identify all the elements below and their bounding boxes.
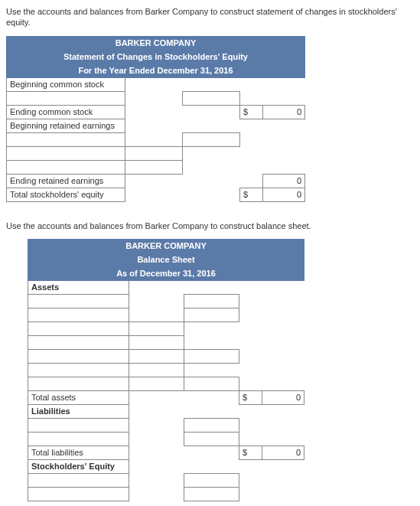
input-cell[interactable] (28, 322, 129, 335)
blank (240, 91, 263, 105)
blank (262, 473, 304, 487)
blank (239, 308, 262, 322)
blank (239, 418, 262, 432)
blank (240, 77, 263, 91)
input-cell[interactable] (7, 146, 125, 160)
blank (239, 487, 262, 501)
blank (262, 432, 304, 446)
blank (262, 459, 304, 473)
cell-cur: $ (239, 446, 262, 459)
input-cell[interactable] (28, 308, 129, 322)
input-cell[interactable] (28, 294, 129, 308)
input-cell[interactable] (129, 335, 184, 349)
blank (262, 335, 304, 349)
blank (129, 473, 184, 487)
blank (262, 377, 304, 390)
input-cell[interactable] (184, 294, 239, 308)
blank (129, 280, 184, 294)
balance-sheet-table: BARKER COMPANY Balance Sheet As of Decem… (28, 239, 304, 501)
input-cell[interactable] (184, 418, 239, 432)
input-cell[interactable] (129, 363, 184, 377)
blank (184, 280, 239, 294)
input-cell[interactable] (184, 473, 239, 487)
row-tot-liab: Total liabilities (28, 446, 129, 459)
blank (129, 294, 184, 308)
blank (183, 119, 240, 132)
blank (183, 146, 240, 160)
blank (239, 404, 262, 418)
blank (263, 119, 305, 132)
input-cell[interactable] (7, 160, 125, 174)
input-cell[interactable] (28, 377, 129, 390)
blank (262, 280, 304, 294)
input-cell[interactable] (184, 487, 239, 501)
t2-company: BARKER COMPANY (28, 239, 304, 253)
input-cell[interactable] (129, 377, 184, 390)
input-cell[interactable] (7, 132, 125, 146)
input-cell[interactable] (28, 335, 129, 349)
row-tot-assets: Total assets (28, 390, 129, 404)
blank (129, 308, 184, 322)
blank (262, 418, 304, 432)
input-cell[interactable] (28, 487, 129, 501)
blank (239, 432, 262, 446)
instruction-1: Use the accounts and balances from Barke… (6, 6, 414, 28)
cell-val: 0 (263, 188, 305, 201)
row-se: Stockholders' Equity (28, 459, 129, 473)
input-cell[interactable] (125, 146, 183, 160)
blank (263, 132, 305, 146)
row-beg-re: Beginning retained earnings (7, 119, 125, 132)
blank (262, 322, 304, 335)
blank (125, 132, 183, 146)
input-cell[interactable] (7, 91, 125, 105)
input-cell[interactable] (28, 473, 129, 487)
blank (239, 349, 262, 363)
blank (262, 349, 304, 363)
input-cell[interactable] (125, 160, 183, 174)
blank (239, 322, 262, 335)
blank (129, 349, 184, 363)
input-cell[interactable] (184, 308, 239, 322)
input-cell[interactable] (184, 377, 239, 390)
blank (240, 174, 263, 188)
blank (262, 294, 304, 308)
row-beg-cs: Beginning common stock (7, 77, 125, 91)
blank (239, 280, 262, 294)
t1-company: BARKER COMPANY (7, 36, 305, 50)
input-cell[interactable] (129, 322, 184, 335)
t1-title: Statement of Changes in Stockholders' Eq… (7, 50, 305, 64)
blank (184, 390, 239, 404)
blank (125, 174, 183, 188)
input-cell[interactable] (183, 132, 240, 146)
blank (184, 335, 239, 349)
blank (184, 363, 239, 377)
blank (129, 418, 184, 432)
input-cell[interactable] (184, 349, 239, 363)
input-cell[interactable] (28, 363, 129, 377)
cell-cur: $ (240, 105, 263, 119)
blank (239, 473, 262, 487)
input-cell[interactable] (28, 432, 129, 446)
t2-title: Balance Sheet (28, 253, 304, 266)
blank (239, 377, 262, 390)
blank (240, 119, 263, 132)
blank (129, 390, 184, 404)
blank (239, 294, 262, 308)
input-cell[interactable] (28, 349, 129, 363)
row-assets: Assets (28, 280, 129, 294)
row-liab: Liabilities (28, 404, 129, 418)
input-cell[interactable] (28, 418, 129, 432)
row-end-re: Ending retained earnings (7, 174, 125, 188)
cell-cur: $ (239, 390, 262, 404)
input-cell[interactable] (184, 432, 239, 446)
instruction-2: Use the accounts and balances from Barke… (6, 220, 414, 231)
input-cell[interactable] (183, 91, 240, 105)
blank (239, 459, 262, 473)
blank (184, 404, 239, 418)
blank (183, 77, 240, 91)
blank (129, 404, 184, 418)
row-end-cs: Ending common stock (7, 105, 125, 119)
blank (183, 105, 240, 119)
cell-val: 0 (262, 390, 304, 404)
blank (129, 459, 184, 473)
